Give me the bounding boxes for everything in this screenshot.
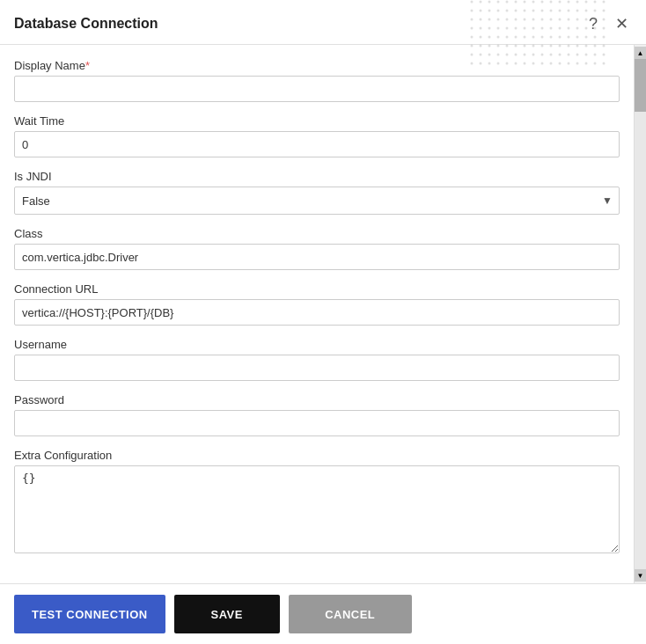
label-is-jndi: Is JNDI [14,170,620,183]
dialog-footer: TEST CONNECTION SAVE CANCEL [0,583,646,644]
input-username[interactable] [14,355,620,381]
scrollbar: ▲ ▼ [634,45,646,583]
test-connection-button[interactable]: TEST CONNECTION [14,595,165,633]
dialog-body: Display Name* Wait Time Is JNDI False Tr… [0,45,646,583]
field-group-wait-time: Wait Time [14,114,620,157]
form-area: Display Name* Wait Time Is JNDI False Tr… [0,45,634,583]
input-wait-time[interactable] [14,131,620,157]
save-button[interactable]: SAVE [174,595,280,633]
scroll-down-button[interactable]: ▼ [635,569,647,582]
label-wait-time: Wait Time [14,114,620,128]
field-group-is-jndi: Is JNDI False True ▼ [14,170,620,215]
textarea-extra-config[interactable]: {} [14,465,620,553]
field-group-display-name: Display Name* [14,59,620,102]
dialog-header: Database Connection ? ✕ [0,0,646,45]
label-connection-url: Connection URL [14,282,620,296]
input-password[interactable] [14,410,620,436]
label-username: Username [14,338,620,351]
scroll-track [635,59,646,569]
dialog-database-connection: Database Connection ? ✕ Display Name* Wa… [0,0,646,644]
label-extra-config: Extra Configuration [14,449,620,462]
header-icons: ? ✕ [585,12,632,35]
field-group-extra-config: Extra Configuration {} [14,449,620,557]
label-password: Password [14,393,620,406]
field-group-username: Username [14,338,620,381]
label-display-name: Display Name* [14,59,620,72]
input-class[interactable] [14,244,620,270]
scroll-thumb[interactable] [635,59,646,112]
scroll-up-button[interactable]: ▲ [635,47,647,59]
dialog-title: Database Connection [14,16,158,32]
close-button[interactable]: ✕ [612,12,632,35]
required-star: * [85,59,90,72]
select-is-jndi[interactable]: False True [14,187,620,215]
cancel-button[interactable]: CANCEL [289,595,412,633]
select-wrapper-is-jndi: False True ▼ [14,187,620,215]
input-connection-url[interactable] [14,299,620,326]
help-button[interactable]: ? [585,13,601,35]
label-class: Class [14,227,620,240]
input-display-name[interactable] [14,76,620,102]
field-group-connection-url: Connection URL [14,282,620,326]
field-group-class: Class [14,227,620,270]
field-group-password: Password [14,393,620,436]
